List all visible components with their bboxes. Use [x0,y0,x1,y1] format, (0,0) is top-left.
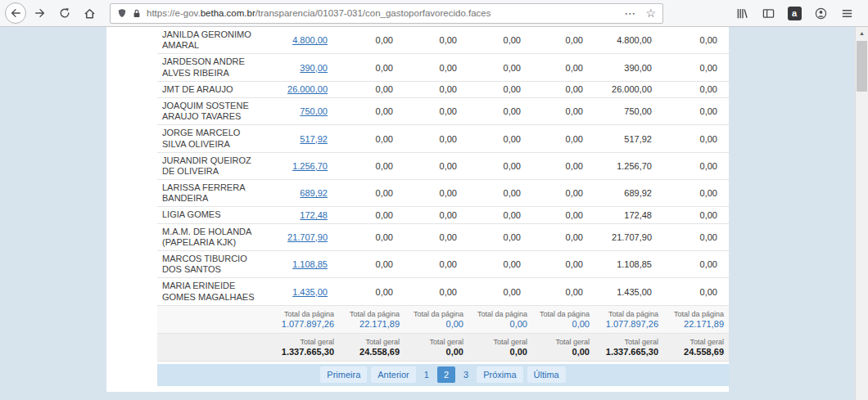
value-cell: 0,00 [339,27,405,54]
value-cell: 0,00 [468,223,532,250]
table-row: MARIA ERINEIDE GOMES MAGALHAES1.435,000,… [157,278,729,305]
value-link[interactable]: 26.000,00 [287,84,328,94]
scroll-up-arrow-icon[interactable]: ▲ [856,27,868,39]
value-link[interactable]: 4.800,00 [292,35,328,45]
value-cell: 0,00 [532,278,594,305]
pagination-proxima[interactable]: Próxima [477,366,522,383]
pagination-1[interactable]: 1 [420,366,433,383]
value-cell: 0,00 [405,223,468,250]
value-cell: 517,92 [264,125,339,152]
value-cell: 0,00 [663,207,729,223]
scrollbar-thumb[interactable] [857,41,867,92]
value-cell: 0,00 [405,27,468,54]
value-cell: 1.108,85 [264,251,339,278]
forward-button[interactable] [29,2,51,24]
url-subdomain: e-gov. [175,8,201,18]
value-cell: 0,00 [339,54,405,81]
total-label: Total geral [596,338,658,347]
page-actions-icon[interactable]: ⋯ [624,7,635,20]
favorecido-name: LARISSA FERRERA BANDEIRA [157,180,264,207]
total-cell: Total da página0,00 [532,305,594,333]
total-value[interactable]: 1.077.897,26 [606,319,658,329]
url-domain: betha.com.br [201,8,255,18]
value-link[interactable]: 390,00 [300,63,328,73]
url-bar[interactable]: https://e-gov.betha.com.br/transparencia… [110,3,663,24]
table-row: JURANDIR QUEIROZ DE OLIVEIRA1.256,700,00… [157,152,729,179]
value-cell: 0,00 [468,54,532,81]
favorecido-name: JANILDA GERONIMO AMARAL [157,27,264,54]
total-value[interactable]: 0,00 [446,319,463,329]
total-label: Total da página [470,310,527,319]
total-value[interactable]: 1.077.897,26 [282,319,334,329]
value-link[interactable]: 1.435,00 [292,287,328,297]
pagination-3[interactable]: 3 [459,366,472,383]
value-cell: 0,00 [339,125,405,152]
pagination-2[interactable]: 2 [437,366,455,383]
value-cell: 0,00 [405,180,468,207]
value-cell: 0,00 [468,278,532,305]
total-cell: Total da página22.171,89 [339,305,405,333]
pagination-ultima[interactable]: Última [527,366,566,383]
value-link[interactable]: 517,92 [300,134,328,144]
sidebar-icon[interactable] [758,3,778,23]
vertical-scrollbar[interactable]: ▲ [855,27,868,400]
value-cell: 0,00 [663,278,729,305]
library-icon[interactable] [732,3,752,23]
favorecido-name: JURANDIR QUEIROZ DE OLIVEIRA [157,152,264,179]
total-value: 0,00 [510,347,527,357]
total-value: 1.337.665,30 [282,347,334,357]
value-cell: 1.256,70 [264,152,339,179]
value-cell: 0,00 [405,152,468,179]
value-cell: 172,48 [594,207,663,223]
total-label: Total da página [406,310,463,319]
value-cell: 1.435,00 [264,278,339,305]
home-button[interactable] [79,2,100,24]
value-cell: 0,00 [663,81,729,97]
value-cell: 0,00 [339,278,405,305]
value-link[interactable]: 1.108,85 [292,259,328,269]
grand-total-row: Total geral1.337.665,30Total geral24.558… [157,333,729,361]
value-link[interactable]: 750,00 [300,106,328,116]
favorecido-name: MARCOS TIBURCIO DOS SANTOS [157,251,264,278]
value-cell: 0,00 [468,251,532,278]
value-cell: 0,00 [405,125,468,152]
total-cell: Total geral0,00 [532,333,594,361]
total-value[interactable]: 22.171,89 [359,319,400,329]
value-cell: 0,00 [663,251,729,278]
menu-icon[interactable] [837,3,857,23]
tracking-protection-shield-icon[interactable] [117,7,127,19]
total-value[interactable]: 0,00 [510,319,527,329]
total-value[interactable]: 0,00 [572,319,590,329]
table-row: MARCOS TIBURCIO DOS SANTOS1.108,850,000,… [157,251,729,278]
total-cell: Total da página1.077.897,26 [264,305,339,333]
value-cell: 21.707,90 [594,223,663,250]
extension-a-icon[interactable]: a [784,3,804,23]
value-cell: 0,00 [339,223,405,250]
value-cell: 0,00 [405,97,468,124]
expenses-table-body: JANILDA GERONIMO AMARAL4.800,000,000,000… [157,27,729,361]
reload-button[interactable] [54,2,75,24]
lock-icon[interactable] [132,8,142,19]
total-value[interactable]: 22.171,89 [684,319,724,329]
total-label: Total da página [265,310,334,319]
favorecido-name: MARIA ERINEIDE GOMES MAGALHAES [157,278,264,305]
total-value: 0,00 [446,347,463,357]
pagination-primeira[interactable]: Primeira [320,366,367,383]
value-cell: 0,00 [405,251,468,278]
value-link[interactable]: 172,48 [300,210,328,220]
pagination-anterior[interactable]: Anterior [371,366,416,383]
value-cell: 0,00 [532,223,594,250]
value-link[interactable]: 21.707,90 [287,232,328,242]
value-link[interactable]: 1.256,70 [292,161,328,171]
total-cell: Total geral1.337.665,30 [594,333,663,361]
back-button[interactable] [5,2,26,24]
url-protocol: https:// [147,8,175,18]
value-cell: 1.108,85 [594,251,663,278]
total-cell: Total geral24.558,69 [663,333,729,361]
page-background: JANILDA GERONIMO AMARAL4.800,000,000,000… [0,27,868,400]
account-icon[interactable] [811,3,830,23]
bookmark-star-icon[interactable]: ☆ [645,7,656,20]
total-cell: Total da página0,00 [468,305,532,333]
value-cell: 0,00 [468,97,532,124]
value-link[interactable]: 689,92 [300,188,328,198]
